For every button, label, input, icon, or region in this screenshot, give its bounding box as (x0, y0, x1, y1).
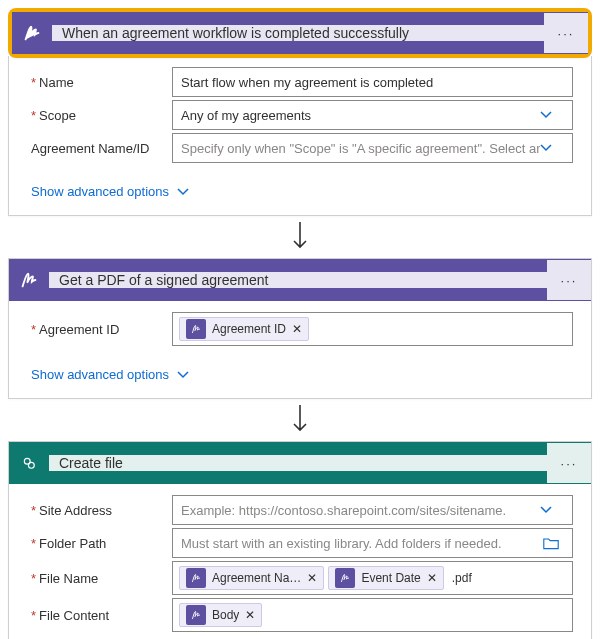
token-remove-icon[interactable]: ✕ (245, 608, 255, 622)
folder-path-label: Folder Path (27, 536, 172, 551)
token-label: Event Date (361, 571, 420, 585)
site-address-label: Site Address (27, 503, 172, 518)
folder-path-input[interactable] (181, 536, 543, 551)
name-input[interactable] (181, 75, 564, 90)
show-advanced-trigger[interactable]: Show advanced options (27, 178, 573, 201)
chevron-down-icon[interactable] (540, 142, 564, 154)
createfile-menu-button[interactable]: ··· (547, 443, 591, 483)
file-content-label: File Content (27, 608, 172, 623)
file-name-label: File Name (27, 571, 172, 586)
chevron-down-icon[interactable] (540, 109, 564, 121)
folder-path-picker[interactable] (172, 528, 573, 558)
scope-label: Scope (27, 108, 172, 123)
token-source-icon (186, 319, 206, 339)
scope-dropdown[interactable] (172, 100, 573, 130)
getpdf-header[interactable]: Get a PDF of a signed agreement ··· (9, 259, 591, 301)
filename-suffix: .pdf (452, 571, 472, 585)
trigger-menu-button[interactable]: ··· (544, 13, 588, 53)
name-label: Name (27, 75, 172, 90)
scope-value[interactable] (181, 108, 540, 123)
file-content-token-field[interactable]: Body ✕ (172, 598, 573, 632)
agreement-id-input[interactable] (181, 141, 540, 156)
advanced-label: Show advanced options (31, 367, 169, 382)
advanced-label: Show advanced options (31, 184, 169, 199)
chevron-down-icon (177, 369, 189, 381)
token-remove-icon[interactable]: ✕ (292, 322, 302, 336)
sharepoint-icon (9, 443, 49, 483)
folder-picker-icon[interactable] (543, 536, 564, 550)
token-label: Body (212, 608, 239, 622)
svg-point-1 (28, 462, 34, 468)
token-agreement-id[interactable]: Agreement ID ✕ (179, 317, 309, 341)
adobe-sign-icon (9, 260, 49, 300)
agreement-id-token-field[interactable]: Agreement ID ✕ (172, 312, 573, 346)
arrow-connector (8, 216, 592, 258)
token-source-icon (186, 605, 206, 625)
token-remove-icon[interactable]: ✕ (307, 571, 317, 585)
token-agreement-name[interactable]: Agreement Na… ✕ (179, 566, 324, 590)
agreement-id-label: Agreement Name/ID (27, 141, 172, 156)
site-address-dropdown[interactable] (172, 495, 573, 525)
adobe-sign-icon (12, 13, 52, 53)
createfile-title: Create file (49, 455, 547, 471)
agreement-id-dropdown[interactable] (172, 133, 573, 163)
token-label: Agreement Na… (212, 571, 301, 585)
arrow-connector (8, 399, 592, 441)
file-name-token-field[interactable]: Agreement Na… ✕ Event Date ✕ .pdf (172, 561, 573, 595)
token-source-icon (335, 568, 355, 588)
token-label: Agreement ID (212, 322, 286, 336)
agreement-id-label: Agreement ID (27, 322, 172, 337)
token-remove-icon[interactable]: ✕ (427, 571, 437, 585)
getpdf-title: Get a PDF of a signed agreement (49, 272, 547, 288)
getpdf-menu-button[interactable]: ··· (547, 260, 591, 300)
token-body[interactable]: Body ✕ (179, 603, 262, 627)
token-source-icon (186, 568, 206, 588)
token-event-date[interactable]: Event Date ✕ (328, 566, 443, 590)
trigger-title: When an agreement workflow is completed … (52, 25, 544, 41)
chevron-down-icon (177, 186, 189, 198)
name-input-wrapper[interactable] (172, 67, 573, 97)
createfile-header[interactable]: Create file ··· (9, 442, 591, 484)
trigger-header[interactable]: When an agreement workflow is completed … (12, 12, 588, 54)
chevron-down-icon[interactable] (540, 504, 564, 516)
site-address-input[interactable] (181, 503, 540, 518)
show-advanced-getpdf[interactable]: Show advanced options (27, 361, 573, 384)
